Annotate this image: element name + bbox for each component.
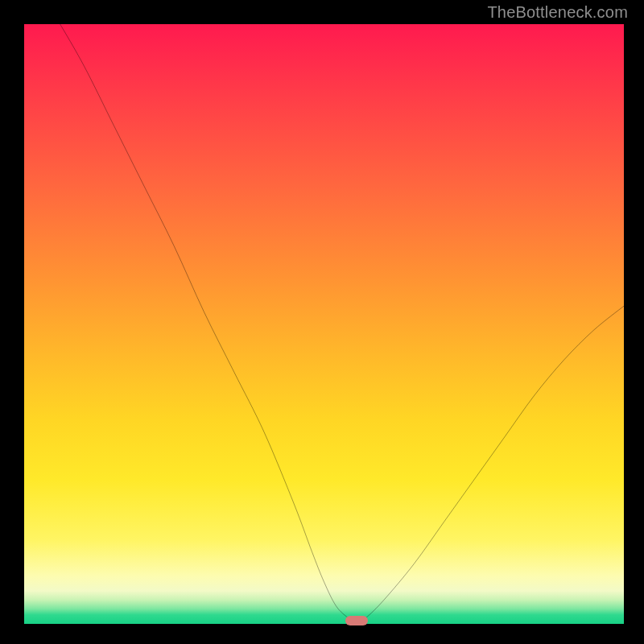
bottleneck-curve — [24, 24, 624, 624]
plot-area — [24, 24, 624, 624]
chart-frame: TheBottleneck.com — [0, 0, 644, 644]
watermark-text: TheBottleneck.com — [487, 3, 628, 22]
minimum-marker — [345, 616, 368, 625]
